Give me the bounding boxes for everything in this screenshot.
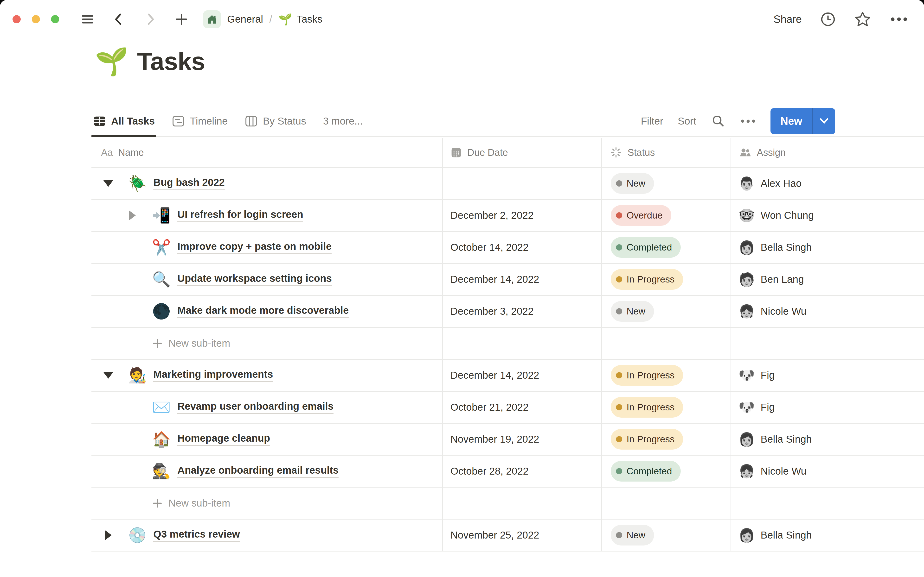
status-dot-icon <box>616 276 622 282</box>
history-clock-icon[interactable] <box>820 11 836 27</box>
toggle-icon[interactable] <box>127 210 137 221</box>
view-more-options-icon[interactable] <box>740 117 756 125</box>
column-header-due-date[interactable]: Due Date <box>443 138 602 167</box>
sort-button[interactable]: Sort <box>678 115 696 127</box>
due-date-cell[interactable]: December 3, 2022 <box>443 296 602 327</box>
empty-cell <box>731 328 924 359</box>
status-pill[interactable]: Completed <box>611 461 681 482</box>
status-pill[interactable]: Completed <box>611 237 681 258</box>
toggle-icon[interactable] <box>103 530 113 540</box>
due-date-cell[interactable]: October 21, 2022 <box>443 392 602 423</box>
status-pill[interactable]: In Progress <box>611 269 683 290</box>
due-date-cell[interactable] <box>443 168 602 199</box>
status-cell: In Progress <box>602 359 731 391</box>
status-pill[interactable]: In Progress <box>611 397 683 417</box>
task-name-link[interactable]: Revamp user onboarding emails <box>177 401 333 414</box>
new-button[interactable]: New <box>771 108 813 134</box>
status-dot-icon <box>616 404 622 410</box>
due-date-cell[interactable]: November 25, 2022 <box>443 519 602 551</box>
task-name-link[interactable]: Improve copy + paste on mobile <box>177 241 331 254</box>
status-pill[interactable]: Overdue <box>611 205 671 226</box>
sidebar-menu-icon[interactable] <box>80 11 95 27</box>
column-header-assign[interactable]: Assign <box>731 138 924 167</box>
assignee-cell[interactable]: 🤓 Won Chung <box>731 200 924 231</box>
due-date-cell[interactable]: December 14, 2022 <box>443 264 602 295</box>
status-dot-icon <box>616 468 622 474</box>
status-pill[interactable]: New <box>611 173 654 194</box>
toggle-icon[interactable] <box>103 180 113 187</box>
new-button-chevron-icon[interactable] <box>813 108 835 134</box>
assignee-name: Fig <box>761 369 775 381</box>
empty-cell <box>602 328 731 359</box>
assignee-cell[interactable]: 🧑 Ben Lang <box>731 264 924 295</box>
assignee-cell[interactable]: 👧 Nicole Wu <box>731 456 924 487</box>
breadcrumb-space-label[interactable]: General <box>227 13 263 25</box>
assignee-cell[interactable]: 👨 Alex Hao <box>731 168 924 199</box>
task-name-link[interactable]: Marketing improvements <box>153 369 273 382</box>
task-name-cell: 🏠 Homepage cleanup <box>91 424 443 455</box>
column-header-status[interactable]: Status <box>602 138 731 167</box>
filter-button[interactable]: Filter <box>641 115 663 127</box>
tab-all-tasks[interactable]: All Tasks <box>91 106 156 136</box>
status-pill[interactable]: New <box>611 525 654 545</box>
due-date-cell[interactable]: December 14, 2022 <box>443 359 602 391</box>
status-dot-icon <box>616 212 622 219</box>
task-name-cell: ✉️ Revamp user onboarding emails <box>91 392 443 423</box>
task-name-link[interactable]: Q3 metrics review <box>153 529 240 542</box>
breadcrumb: General / 🌱 Tasks <box>203 10 322 28</box>
status-pill[interactable]: New <box>611 301 654 322</box>
status-cell: New <box>602 519 731 551</box>
page-title: Tasks <box>137 47 205 76</box>
tab-timeline[interactable]: Timeline <box>170 106 229 136</box>
task-name-link[interactable]: Make dark mode more discoverable <box>177 305 349 318</box>
toggle-icon[interactable] <box>103 372 113 379</box>
close-window-button[interactable] <box>13 15 21 23</box>
add-page-icon[interactable] <box>174 11 189 27</box>
avatar: 👧 <box>739 464 754 479</box>
new-sub-item-button[interactable]: New sub-item <box>91 488 443 519</box>
task-name-link[interactable]: Update workspace setting icons <box>177 272 332 286</box>
column-header-name[interactable]: Aa Name <box>91 138 443 167</box>
task-emoji-icon: 💿 <box>128 528 147 543</box>
due-date-cell[interactable]: October 14, 2022 <box>443 232 602 263</box>
breadcrumb-page-label[interactable]: Tasks <box>297 13 322 25</box>
table-row: 💿 Q3 metrics review November 25, 2022 Ne… <box>91 519 924 551</box>
page-icon-seedling[interactable]: 🌱 <box>95 48 129 75</box>
assignee-cell[interactable]: 👩 Bella Singh <box>731 232 924 263</box>
share-button[interactable]: Share <box>774 13 802 25</box>
new-sub-item-button[interactable]: New sub-item <box>91 328 443 359</box>
assignee-cell[interactable]: 👧 Nicole Wu <box>731 296 924 327</box>
tab-more-views[interactable]: 3 more... <box>321 106 364 136</box>
avatar: 👩 <box>739 432 754 447</box>
assignee-cell[interactable]: 👩 Bella Singh <box>731 519 924 551</box>
task-name-link[interactable]: Bug bash 2022 <box>153 177 225 190</box>
assignee-cell[interactable]: 👩 Bella Singh <box>731 424 924 455</box>
status-pill[interactable]: In Progress <box>611 429 683 450</box>
view-tab-bar: All Tasks Timeline By Status 3 more... F… <box>91 106 924 137</box>
task-name-link[interactable]: UI refresh for login screen <box>177 209 303 222</box>
table-row: 🪲 Bug bash 2022 New 👨 Alex Hao <box>91 168 924 200</box>
favorite-star-icon[interactable] <box>854 11 871 27</box>
due-date-cell[interactable]: October 28, 2022 <box>443 456 602 487</box>
assignee-cell[interactable]: 🐶 Fig <box>731 359 924 391</box>
forward-icon[interactable] <box>142 11 158 27</box>
due-date-cell[interactable]: December 2, 2022 <box>443 200 602 231</box>
status-dot-icon <box>616 372 622 379</box>
assignee-cell[interactable]: 🐶 Fig <box>731 392 924 423</box>
status-pill[interactable]: In Progress <box>611 365 683 386</box>
due-date-cell[interactable]: November 19, 2022 <box>443 424 602 455</box>
task-name-link[interactable]: Analyze onboarding email results <box>177 464 339 478</box>
breadcrumb-home-item[interactable] <box>203 10 221 28</box>
back-icon[interactable] <box>111 11 126 27</box>
more-options-icon[interactable] <box>889 15 909 24</box>
breadcrumb-separator: / <box>269 13 272 25</box>
empty-cell <box>602 488 731 519</box>
search-icon[interactable] <box>711 114 726 129</box>
assignee-name: Fig <box>761 401 775 413</box>
people-icon <box>739 146 751 159</box>
empty-cell <box>731 488 924 519</box>
minimize-window-button[interactable] <box>32 15 40 23</box>
tab-by-status[interactable]: By Status <box>243 106 307 136</box>
task-name-link[interactable]: Homepage cleanup <box>177 432 270 446</box>
zoom-window-button[interactable] <box>51 15 59 23</box>
